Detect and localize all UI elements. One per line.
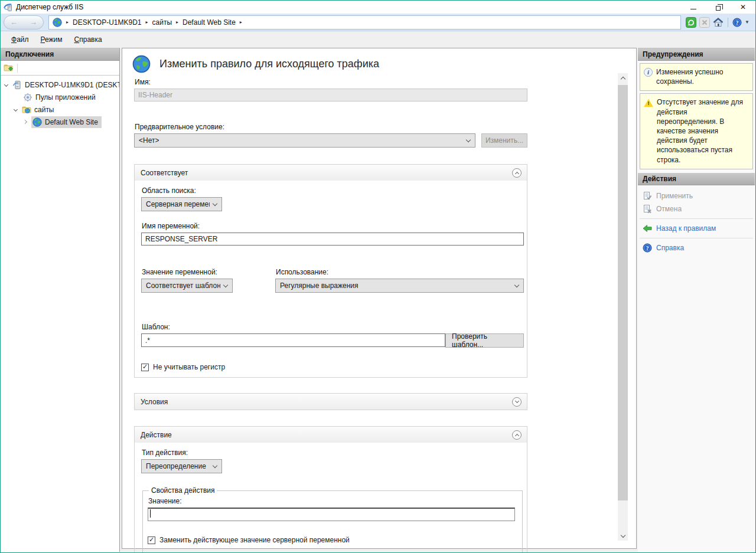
page-header: Изменить правило для исходящего трафика bbox=[122, 48, 636, 73]
breadcrumb-separator-icon: ▸ bbox=[240, 19, 242, 25]
match-section-title: Соответствует bbox=[141, 169, 188, 177]
name-label: Имя: bbox=[135, 78, 527, 86]
apply-action: Применить bbox=[638, 189, 755, 202]
action-type-label: Тип действия: bbox=[142, 449, 524, 457]
precondition-select[interactable]: <Нет> bbox=[134, 133, 475, 148]
scope-select[interactable]: Серверная переменн bbox=[141, 197, 222, 211]
breadcrumb-item-sites[interactable]: сайты bbox=[152, 18, 172, 27]
chevron-down-icon bbox=[213, 201, 217, 205]
action-section-title: Действие bbox=[141, 431, 172, 439]
breadcrumb-item-server[interactable]: DESKTOP-U1MK9D1 bbox=[73, 18, 141, 27]
navigation-buttons: ← → bbox=[4, 15, 44, 30]
variable-name-label: Имя переменной: bbox=[142, 222, 524, 230]
alert-info: i Изменения успешно сохранены. bbox=[640, 63, 753, 91]
menu-view[interactable]: Режим bbox=[35, 33, 68, 46]
replace-row: Заменить действующее значение серверной … bbox=[148, 536, 515, 544]
breadcrumb-separator-icon: ▸ bbox=[66, 19, 69, 25]
help-icon[interactable] bbox=[732, 18, 742, 27]
variable-value-select[interactable]: Соответствует шаблону bbox=[141, 279, 233, 293]
help-label: Справка bbox=[656, 244, 684, 252]
scope-value: Серверная переменн bbox=[146, 200, 210, 208]
home-icon[interactable] bbox=[713, 17, 724, 28]
chevron-up-icon bbox=[514, 433, 519, 437]
menu-help[interactable]: Справка bbox=[69, 33, 107, 46]
collapse-icon[interactable] bbox=[512, 430, 522, 440]
menu-file[interactable]: Файл bbox=[6, 33, 34, 46]
connections-tree: DESKTOP-U1MK9D1 (DESKTOI Пулы приложений… bbox=[1, 76, 119, 128]
sidebar-item-default-web-site[interactable]: Default Web Site bbox=[1, 116, 119, 128]
breadcrumb-separator-icon: ▸ bbox=[146, 19, 148, 25]
sidebar-item-sites[interactable]: сайты bbox=[1, 103, 119, 116]
restart-icon[interactable] bbox=[686, 17, 696, 28]
match-section-header[interactable]: Соответствует bbox=[135, 165, 527, 181]
edit-precondition-button: Изменить... bbox=[481, 133, 527, 148]
breadcrumb-separator-icon: ▸ bbox=[176, 19, 178, 25]
chevron-down-icon bbox=[620, 532, 625, 537]
apply-label: Применить bbox=[656, 192, 693, 200]
titlebar: Диспетчер служб IIS ✕ bbox=[1, 1, 755, 14]
conditions-section-header[interactable]: Условия bbox=[135, 394, 527, 410]
action-type-select[interactable]: Переопределение bbox=[141, 459, 222, 473]
vertical-scrollbar[interactable] bbox=[618, 73, 628, 541]
globe-icon bbox=[132, 55, 151, 73]
collapse-icon[interactable] bbox=[512, 168, 522, 178]
sidebar-item-server[interactable]: DESKTOP-U1MK9D1 (DESKTOI bbox=[1, 78, 119, 91]
menu-bar: Файл Режим Справка bbox=[1, 31, 755, 48]
action-section-header[interactable]: Действие bbox=[135, 427, 527, 443]
back-to-rules-action[interactable]: Назад к правилам bbox=[638, 222, 755, 235]
conditions-section: Условия bbox=[134, 393, 527, 410]
sites-folder-icon bbox=[22, 105, 31, 114]
save-connection-icon[interactable] bbox=[4, 63, 13, 73]
minimize-button[interactable] bbox=[681, 1, 706, 14]
using-select[interactable]: Регулярные выражения bbox=[275, 279, 524, 293]
selected-tree-item[interactable]: Default Web Site bbox=[31, 116, 102, 128]
chevron-down-icon bbox=[514, 282, 519, 287]
match-section: Соответствует Область поиска: Серверная … bbox=[134, 164, 527, 378]
value-input[interactable] bbox=[148, 508, 515, 521]
scroll-down-button[interactable] bbox=[618, 531, 628, 541]
precondition-label: Предварительное условие: bbox=[135, 123, 527, 131]
chevron-collapsed-icon[interactable] bbox=[23, 120, 27, 124]
breadcrumb[interactable]: ▸ DESKTOP-U1MK9D1 ▸ сайты ▸ Default Web … bbox=[48, 15, 681, 30]
ignore-case-checkbox[interactable] bbox=[141, 364, 149, 371]
forward-button[interactable]: → bbox=[30, 18, 37, 26]
breadcrumb-item-default-web-site[interactable]: Default Web Site bbox=[183, 18, 236, 27]
replace-checkbox[interactable] bbox=[148, 536, 155, 544]
chevron-down-icon bbox=[466, 137, 471, 142]
test-pattern-button[interactable]: Проверить шаблон... bbox=[445, 333, 524, 348]
green-back-arrow-icon bbox=[643, 224, 652, 233]
cancel-action: Отмена bbox=[638, 202, 755, 215]
variable-value-label: Значение переменной: bbox=[142, 268, 275, 276]
precondition-value: <Нет> bbox=[139, 136, 159, 145]
scroll-up-button[interactable] bbox=[618, 73, 628, 83]
help-dropdown-icon[interactable]: ▼ bbox=[745, 19, 750, 25]
name-input bbox=[134, 89, 527, 102]
info-icon: i bbox=[644, 68, 653, 77]
text-caret bbox=[150, 509, 151, 518]
chevron-expanded-icon[interactable] bbox=[4, 83, 8, 87]
chevron-down-icon bbox=[223, 282, 228, 287]
pattern-input[interactable] bbox=[141, 333, 445, 347]
expand-icon[interactable] bbox=[512, 397, 522, 407]
rule-form: Имя: Предварительное условие: <Нет> Изме… bbox=[134, 78, 527, 553]
back-button[interactable]: ← bbox=[10, 18, 18, 26]
sidebar-item-app-pools[interactable]: Пулы приложений bbox=[1, 91, 119, 103]
scrollbar-thumb[interactable] bbox=[618, 85, 628, 500]
conditions-section-title: Условия bbox=[141, 398, 168, 406]
variable-name-input[interactable] bbox=[141, 233, 524, 246]
connections-header: Подключения bbox=[1, 48, 119, 61]
close-button[interactable]: ✕ bbox=[731, 1, 755, 14]
restore-button[interactable] bbox=[706, 1, 731, 14]
back-to-rules-label: Назад к правилам bbox=[656, 224, 716, 233]
toolbar-divider bbox=[728, 18, 728, 27]
action-type-value: Переопределение bbox=[146, 462, 206, 470]
chevron-up-icon bbox=[514, 171, 519, 175]
alert-warning-text: Отсутствует значение для действия переоп… bbox=[657, 97, 749, 164]
warning-icon: ! bbox=[644, 99, 653, 107]
close-icon: ✕ bbox=[740, 4, 746, 11]
help-action[interactable]: Справка bbox=[638, 241, 755, 254]
action-properties-title: Свойства действия bbox=[149, 486, 217, 495]
actions-header: Действия bbox=[638, 173, 755, 185]
application-pools-icon bbox=[23, 93, 32, 102]
chevron-expanded-icon[interactable] bbox=[14, 107, 18, 112]
